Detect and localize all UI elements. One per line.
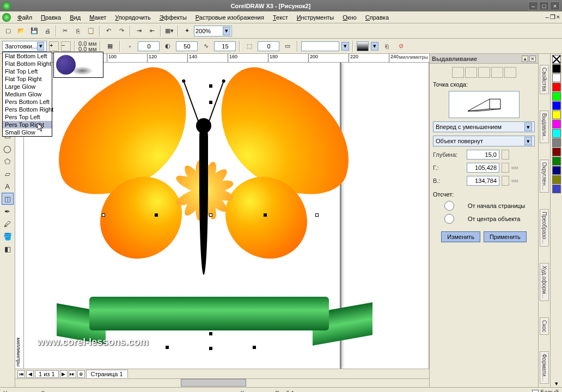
cut-button[interactable]: ✂ <box>59 25 71 37</box>
doc-restore[interactable]: ❐ <box>550 14 555 21</box>
docker-tab[interactable]: Преобразо... <box>540 209 549 247</box>
selection-handle[interactable] <box>264 213 267 217</box>
shadow-dir-button[interactable]: ▦ <box>104 40 116 52</box>
extrude-type-5[interactable] <box>504 67 516 78</box>
docker-tab[interactable]: Худ.оформ... <box>540 263 549 301</box>
edit-button[interactable]: Изменить <box>441 231 480 242</box>
close-button[interactable]: × <box>550 2 560 10</box>
page-tab[interactable]: Страница 1 <box>86 370 128 378</box>
zoom-dropdown-icon[interactable]: ▾ <box>223 27 230 35</box>
eyedropper-tool[interactable]: ✒ <box>2 205 14 217</box>
redo-button[interactable]: ↷ <box>115 25 127 37</box>
page-last[interactable]: ⏭ <box>69 370 76 378</box>
measure-object-radio[interactable] <box>433 214 466 224</box>
preset-item[interactable]: Flat Top Left <box>3 68 52 75</box>
preset-item[interactable]: Flat Bottom Left <box>3 52 52 60</box>
edge-icon[interactable]: ▭ <box>282 40 294 52</box>
color-swatch[interactable] <box>552 120 561 128</box>
depth-input[interactable] <box>467 150 499 160</box>
transparency-dd[interactable]: ▾ <box>371 42 378 51</box>
export-button[interactable]: ⇤ <box>146 25 158 37</box>
vp-lock-combo[interactable]: Объект повернут▾ <box>433 136 535 146</box>
color-swatch[interactable] <box>552 166 561 175</box>
shadow-color-dd[interactable]: ▾ <box>341 42 349 51</box>
preset-item[interactable]: Small Glow <box>3 128 52 136</box>
preset-select[interactable]: Заготовки... ▾ Flat Bottom LeftFlat Bott… <box>2 41 47 52</box>
extrude-type-3[interactable] <box>478 67 490 78</box>
angle-input[interactable] <box>258 41 279 51</box>
page-add[interactable]: ⊕ <box>77 370 85 378</box>
page-first[interactable]: ⏮ <box>17 370 25 378</box>
selection-handle[interactable] <box>209 84 212 88</box>
h-input[interactable] <box>467 163 499 173</box>
color-swatch[interactable] <box>552 74 561 82</box>
menu-вид[interactable]: Вид <box>65 13 85 22</box>
direction-icon[interactable]: ⬚ <box>243 40 255 52</box>
extrude-type-2[interactable] <box>465 67 477 78</box>
page-prev[interactable]: ◀ <box>26 370 34 378</box>
drawing-viewport[interactable]: www.corel-lessons.com <box>24 63 429 369</box>
opacity-input[interactable] <box>138 41 160 51</box>
no-fill-swatch[interactable] <box>552 55 561 64</box>
menu-файл[interactable]: Файл <box>13 13 36 22</box>
outline-tool[interactable]: 🖊 <box>2 218 14 230</box>
transparency-op[interactable] <box>357 41 369 51</box>
docker-tab[interactable]: Выдавли... <box>540 111 549 143</box>
open-button[interactable]: 📂 <box>15 25 27 37</box>
save-button[interactable]: 💾 <box>28 25 40 37</box>
selection-handle[interactable] <box>209 347 212 350</box>
apply-button[interactable]: Применить <box>484 231 527 242</box>
menu-инструменты[interactable]: Инструменты <box>292 13 339 22</box>
selection-handle[interactable] <box>166 346 169 349</box>
selection-handle[interactable] <box>209 101 212 104</box>
color-swatch[interactable] <box>552 157 561 166</box>
copy-props[interactable]: ⎗ <box>381 40 393 52</box>
new-button[interactable]: ▢ <box>2 25 14 37</box>
menu-растровые изображения[interactable]: Растровые изображения <box>191 13 268 22</box>
text-tool[interactable]: A <box>2 180 14 192</box>
v-input[interactable] <box>467 176 499 186</box>
polygon-tool[interactable]: ⬠ <box>2 155 14 167</box>
import-button[interactable]: ⇥ <box>133 25 145 37</box>
selection-handle[interactable] <box>253 346 256 349</box>
feather-input[interactable] <box>176 41 198 51</box>
doc-close[interactable]: × <box>557 14 560 21</box>
color-swatch[interactable] <box>552 175 561 184</box>
color-swatch[interactable] <box>552 92 561 101</box>
shadow-color[interactable] <box>301 41 339 51</box>
color-swatch[interactable] <box>552 111 561 119</box>
page-next[interactable]: ▶ <box>60 370 68 378</box>
docker-tab[interactable]: Свойства <box>540 65 549 94</box>
selection-handle[interactable] <box>209 332 212 335</box>
preset-remove[interactable]: − <box>61 41 71 51</box>
menu-текст[interactable]: Текст <box>268 13 292 22</box>
menu-правка[interactable]: Правка <box>36 13 65 22</box>
selection-handle[interactable] <box>102 213 105 217</box>
preset-item[interactable]: Medium Glow <box>3 90 52 98</box>
preset-item[interactable]: Pers Bottom Right <box>3 106 52 113</box>
docker-close[interactable]: × <box>529 56 536 62</box>
preset-item[interactable]: Flat Bottom Right <box>3 60 52 68</box>
selection-handle[interactable] <box>155 213 158 217</box>
extrude-type-4[interactable] <box>491 67 503 78</box>
color-swatch[interactable] <box>552 148 561 156</box>
butterfly-artwork[interactable] <box>51 68 356 308</box>
doc-minimize[interactable]: – <box>545 14 548 21</box>
shadow-type1[interactable]: ▫ <box>124 40 136 52</box>
vanish-point-preview[interactable] <box>449 91 520 118</box>
copy-button[interactable]: ⎘ <box>72 25 84 37</box>
paste-button[interactable]: 📋 <box>85 25 97 37</box>
welcome-button[interactable]: ✦ <box>181 25 193 37</box>
menu-эффекты[interactable]: Эффекты <box>155 13 191 22</box>
measure-page-radio[interactable] <box>433 201 466 211</box>
fill-swatch[interactable] <box>532 390 539 392</box>
selection-handle[interactable] <box>315 213 319 217</box>
basic-shapes-tool[interactable]: ▱ <box>2 168 14 180</box>
menu-макет[interactable]: Макет <box>85 13 111 22</box>
preset-item[interactable]: Pers Top Right <box>3 121 52 128</box>
preset-item[interactable]: Pers Bottom Left <box>3 98 52 106</box>
clear-shadow[interactable]: ⊘ <box>395 40 407 52</box>
menu-окно[interactable]: Окно <box>338 13 361 22</box>
color-swatch[interactable] <box>552 138 561 147</box>
color-swatch[interactable] <box>552 83 561 91</box>
